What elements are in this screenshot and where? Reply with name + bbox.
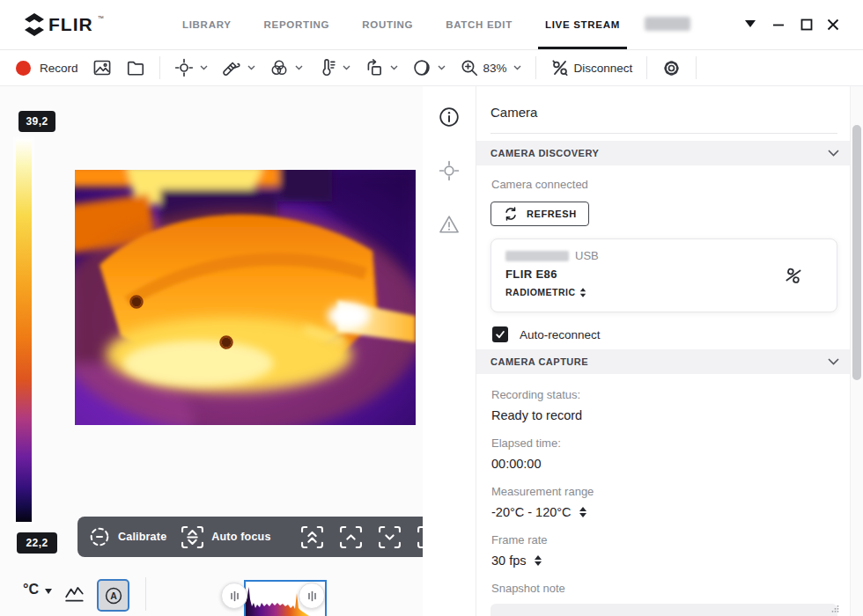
focus-extra-button[interactable] [417, 525, 423, 549]
titlebar: FLIR ™ LIBRARY REPORTING ROUTING BATCH E… [0, 0, 863, 50]
fusion-circles-icon [269, 58, 289, 77]
frame-rate-selector[interactable]: 30 fps [491, 554, 852, 568]
palette-scale-bar[interactable] [16, 139, 32, 522]
focus-down-icon [378, 525, 402, 549]
fusion-mode-dropdown[interactable] [269, 58, 303, 77]
camera-panel: Camera CAMERA DISCOVERY Camera connected… [476, 86, 852, 616]
device-model: FLIR E86 [505, 268, 822, 281]
snapshot-note-input[interactable]: Click here to add notes [491, 604, 837, 616]
record-icon [16, 61, 31, 76]
info-icon [439, 106, 460, 128]
user-menu-caret-icon[interactable] [745, 20, 756, 27]
focus-down-button[interactable] [378, 525, 402, 549]
app-window: FLIR ™ LIBRARY REPORTING ROUTING BATCH E… [0, 0, 863, 616]
maximize-button[interactable] [798, 16, 815, 33]
focus-near-button[interactable] [339, 525, 363, 549]
tab-measurements[interactable] [439, 160, 460, 181]
chevron-down-icon [828, 150, 839, 157]
disconnect-button[interactable]: Disconnect [550, 58, 633, 77]
tab-batch-edit[interactable]: BATCH EDIT [446, 0, 513, 49]
resize-grip-icon[interactable] [831, 605, 839, 612]
auto-adjust-icon: A [104, 586, 123, 605]
histogram-curve-icon [64, 584, 85, 604]
palette-dropdown[interactable] [222, 58, 255, 77]
logo-text: FLIR [48, 13, 93, 36]
histogram-low-handle[interactable] [221, 583, 247, 609]
checkbox-checked-icon [492, 326, 508, 342]
record-button[interactable]: Record [16, 61, 78, 76]
section-label: CAMERA CAPTURE [491, 356, 588, 367]
zoom-dropdown[interactable]: 83% [460, 58, 521, 77]
unit-label: °C [23, 582, 39, 598]
range-stepper [579, 507, 586, 518]
autofocus-label: Auto focus [211, 531, 270, 543]
chevron-down-icon [247, 65, 255, 70]
contrast-dropdown[interactable] [412, 58, 446, 77]
toolbar: Record [0, 50, 863, 86]
section-camera-capture[interactable]: CAMERA CAPTURE [476, 349, 852, 374]
folder-icon [126, 58, 145, 77]
temperature-range-dropdown[interactable] [317, 58, 350, 77]
device-serial-redacted [505, 251, 569, 261]
toolbar-separator [646, 56, 647, 79]
zoom-in-icon [460, 58, 479, 77]
temperature-unit-dropdown[interactable]: °C [23, 582, 52, 598]
slider-grip-icon [229, 590, 240, 602]
auto-reconnect-toggle[interactable]: Auto-reconnect [492, 326, 852, 342]
main-nav: LIBRARY REPORTING ROUTING BATCH EDIT LIV… [182, 0, 620, 49]
open-folder-button[interactable] [126, 58, 145, 77]
chevron-down-icon [438, 65, 446, 70]
connection-link-icon [782, 264, 806, 288]
histogram-high-handle[interactable] [299, 583, 325, 609]
focus-up-icon [339, 525, 363, 549]
histogram-toggle-button[interactable] [64, 584, 85, 604]
auto-adjust-button[interactable]: A [97, 579, 129, 612]
section-camera-discovery[interactable]: CAMERA DISCOVERY [476, 141, 852, 165]
spot-meter-dropdown[interactable] [174, 58, 208, 77]
tab-live-stream[interactable]: LIVE STREAM [545, 0, 620, 49]
refresh-icon [503, 206, 519, 222]
calibrate-label: Calibrate [118, 531, 166, 543]
tab-routing[interactable]: ROUTING [362, 0, 413, 49]
autofocus-icon [181, 525, 204, 549]
scale-min-temp: 22,2 [17, 532, 57, 554]
tab-alarms[interactable] [439, 214, 460, 235]
scrollbar-thumb[interactable] [852, 125, 861, 380]
disconnect-icon [550, 58, 570, 77]
rotate-dropdown[interactable] [365, 58, 398, 77]
chevron-down-icon [828, 358, 839, 365]
snapshot-button[interactable] [92, 58, 112, 77]
user-name-redacted[interactable] [645, 17, 690, 31]
stream-mode-selector[interactable]: RADIOMETRIC [505, 287, 822, 298]
settings-button[interactable] [661, 58, 682, 78]
focus-bracket-icon [417, 525, 423, 549]
minimize-button[interactable] [770, 16, 787, 33]
stream-mode-stepper [579, 288, 585, 297]
measurement-range-selector[interactable]: -20°C - 120°C [491, 505, 852, 519]
device-interface: USB [575, 249, 599, 262]
refresh-button[interactable]: REFRESH [491, 202, 589, 226]
chevron-down-icon [390, 65, 398, 70]
controls-separator [145, 577, 146, 611]
device-card[interactable]: USB FLIR E86 RADIOMETRIC [491, 238, 837, 312]
autofocus-button[interactable] [181, 525, 204, 549]
rotate-icon [365, 58, 384, 77]
spot-meter-icon [174, 58, 194, 77]
close-button[interactable] [824, 16, 842, 33]
tab-camera-info[interactable] [439, 106, 460, 128]
gear-icon [661, 58, 682, 78]
disconnect-label: Disconnect [574, 62, 633, 75]
palette-icon [222, 58, 241, 77]
measurement-range-value: -20°C - 120°C [491, 505, 572, 519]
refresh-label: REFRESH [527, 209, 577, 219]
snapshot-note-label: Snapshot note [491, 582, 852, 595]
thermal-image[interactable] [75, 170, 416, 425]
tab-library[interactable]: LIBRARY [182, 0, 232, 49]
svg-text:A: A [110, 590, 117, 601]
tab-reporting[interactable]: REPORTING [264, 0, 330, 49]
calibrate-button[interactable] [88, 525, 111, 548]
live-view: 39,2 22,2 [0, 86, 423, 616]
panel-scrollbar[interactable] [850, 86, 863, 616]
slider-grip-icon [306, 590, 318, 602]
focus-far-button[interactable] [300, 525, 324, 549]
